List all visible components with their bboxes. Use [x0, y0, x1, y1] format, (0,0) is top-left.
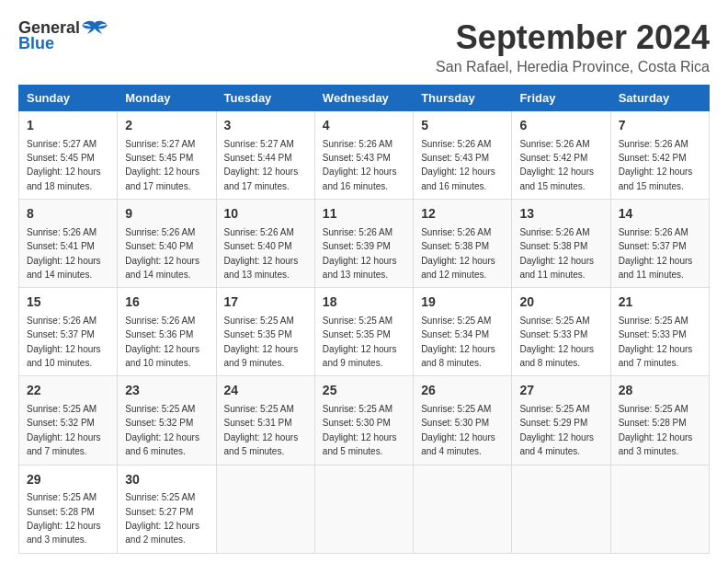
table-row [512, 465, 610, 553]
col-thursday: Thursday [414, 86, 512, 111]
table-row: 9Sunrise: 5:26 AMSunset: 5:40 PMDaylight… [118, 200, 216, 288]
table-row: 16Sunrise: 5:26 AMSunset: 5:36 PMDayligh… [118, 288, 216, 376]
table-row [414, 465, 512, 553]
table-row: 28Sunrise: 5:25 AMSunset: 5:28 PMDayligh… [610, 376, 709, 465]
table-row: 4Sunrise: 5:26 AMSunset: 5:43 PMDaylight… [314, 111, 413, 200]
table-row [216, 465, 314, 553]
table-row: 29Sunrise: 5:25 AMSunset: 5:28 PMDayligh… [19, 465, 118, 553]
table-row: 26Sunrise: 5:25 AMSunset: 5:30 PMDayligh… [414, 376, 512, 465]
table-row: 14Sunrise: 5:26 AMSunset: 5:37 PMDayligh… [610, 200, 709, 288]
table-row: 25Sunrise: 5:25 AMSunset: 5:30 PMDayligh… [314, 376, 413, 465]
table-row: 15Sunrise: 5:26 AMSunset: 5:37 PMDayligh… [19, 288, 118, 376]
table-row: 23Sunrise: 5:25 AMSunset: 5:32 PMDayligh… [118, 376, 216, 465]
table-row: 18Sunrise: 5:25 AMSunset: 5:35 PMDayligh… [314, 288, 413, 376]
table-row: 5Sunrise: 5:26 AMSunset: 5:43 PMDaylight… [414, 111, 512, 200]
table-row: 11Sunrise: 5:26 AMSunset: 5:39 PMDayligh… [314, 200, 413, 288]
col-monday: Monday [118, 86, 216, 111]
calendar-table: Sunday Monday Tuesday Wednesday Thursday… [18, 85, 710, 554]
logo-bird-icon [82, 19, 108, 38]
calendar-subtitle: San Rafael, Heredia Province, Costa Rica [436, 59, 710, 75]
table-row: 7Sunrise: 5:26 AMSunset: 5:42 PMDaylight… [610, 111, 709, 200]
table-row: 1Sunrise: 5:27 AMSunset: 5:45 PMDaylight… [19, 111, 118, 200]
table-row: 6Sunrise: 5:26 AMSunset: 5:42 PMDaylight… [512, 111, 610, 200]
table-row: 21Sunrise: 5:25 AMSunset: 5:33 PMDayligh… [610, 288, 709, 376]
table-row: 20Sunrise: 5:25 AMSunset: 5:33 PMDayligh… [512, 288, 610, 376]
table-row [610, 465, 709, 553]
table-row: 2Sunrise: 5:27 AMSunset: 5:45 PMDaylight… [118, 111, 216, 200]
table-row: 12Sunrise: 5:26 AMSunset: 5:38 PMDayligh… [414, 200, 512, 288]
table-row: 24Sunrise: 5:25 AMSunset: 5:31 PMDayligh… [216, 376, 314, 465]
table-row: 17Sunrise: 5:25 AMSunset: 5:35 PMDayligh… [216, 288, 314, 376]
table-row: 3Sunrise: 5:27 AMSunset: 5:44 PMDaylight… [216, 111, 314, 200]
col-sunday: Sunday [19, 86, 118, 111]
col-friday: Friday [512, 86, 610, 111]
table-row: 22Sunrise: 5:25 AMSunset: 5:32 PMDayligh… [19, 376, 118, 465]
calendar-header-row: Sunday Monday Tuesday Wednesday Thursday… [19, 86, 710, 111]
table-row: 10Sunrise: 5:26 AMSunset: 5:40 PMDayligh… [216, 200, 314, 288]
col-tuesday: Tuesday [216, 86, 314, 111]
table-row: 30Sunrise: 5:25 AMSunset: 5:27 PMDayligh… [118, 465, 216, 553]
col-saturday: Saturday [610, 86, 709, 111]
table-row: 27Sunrise: 5:25 AMSunset: 5:29 PMDayligh… [512, 376, 610, 465]
table-row: 13Sunrise: 5:26 AMSunset: 5:38 PMDayligh… [512, 200, 610, 288]
logo: General Blue [18, 18, 108, 53]
table-row [314, 465, 413, 553]
col-wednesday: Wednesday [314, 86, 413, 111]
title-section: September 2024 San Rafael, Heredia Provi… [436, 18, 710, 75]
table-row: 8Sunrise: 5:26 AMSunset: 5:41 PMDaylight… [19, 200, 118, 288]
page-header: General Blue September 2024 San Rafael, … [18, 18, 710, 75]
logo-blue-text: Blue [18, 34, 54, 53]
table-row: 19Sunrise: 5:25 AMSunset: 5:34 PMDayligh… [414, 288, 512, 376]
calendar-title: September 2024 [436, 18, 710, 57]
